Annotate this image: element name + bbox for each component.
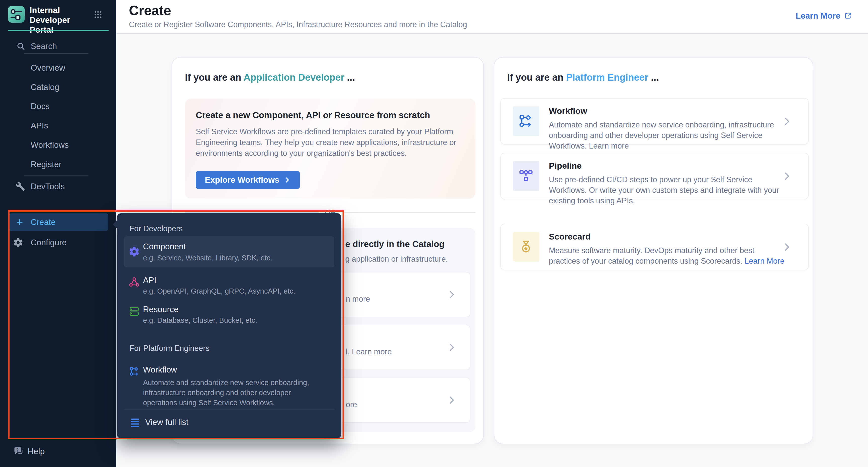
menu-item-workflow[interactable]: Workflow Automate and standardize new se… [124, 358, 334, 408]
app-logo-icon [8, 6, 25, 23]
row-text-fragment: n more [346, 294, 370, 304]
menu-item-title: Component [143, 242, 186, 251]
learn-more-link[interactable]: Learn More [745, 257, 784, 266]
page-title: Create [129, 2, 171, 18]
panel-subtitle-fragment: g application or infrastructure. [345, 255, 448, 264]
sidebar-item-label: Configure [31, 234, 67, 251]
chevron-right-icon [781, 242, 792, 252]
external-link-icon [844, 12, 852, 20]
row-title: Workflow [549, 106, 587, 116]
learn-more-label: Learn More [796, 11, 840, 21]
sidebar-item-label: Catalog [31, 83, 59, 92]
sidebar-item-label: Help [28, 442, 45, 461]
menu-item-subtitle: e.g. Database, Cluster, Bucket, etc. [143, 316, 257, 324]
sidebar-item-label: Overview [31, 63, 65, 73]
card-title-role: Application Developer [244, 72, 344, 83]
chevron-right-icon [446, 395, 457, 405]
sidebar-item-configure[interactable]: Configure [9, 234, 108, 251]
view-full-list-label: View full list [145, 414, 188, 430]
menu-divider [124, 409, 334, 409]
component-gear-icon [128, 246, 140, 257]
row-description-text: Automate and standardize new service onb… [549, 120, 774, 150]
menu-item-title: Resource [143, 305, 179, 314]
page-header: Create Create or Register Software Compo… [116, 0, 868, 34]
workflow-icon [129, 366, 140, 377]
chevron-right-icon [446, 342, 457, 353]
sidebar-item-search[interactable]: Search [0, 39, 116, 53]
sidebar-item-label: Workflows [31, 140, 69, 150]
create-from-scratch-panel: Create a new Component, API or Resource … [185, 98, 475, 198]
sidebar-item-label: DevTools [31, 182, 65, 191]
row-description-text: Use pre-defined CI/CD steps to power up … [549, 175, 779, 205]
explore-workflows-button[interactable]: Explore Workflows [196, 171, 300, 189]
page-subtitle: Create or Register Software Components, … [129, 20, 467, 29]
card-title: If you are an Application Developer ... [185, 72, 355, 83]
chevron-right-icon [781, 171, 792, 182]
menu-item-resource[interactable]: Resource e.g. Database, Cluster, Bucket,… [124, 302, 334, 329]
search-icon [16, 41, 26, 51]
logo-underline [8, 30, 108, 31]
menu-section-developers: For Developers [129, 224, 183, 233]
sidebar: Internal Developer Portal Search Overvie… [0, 0, 116, 467]
row-description-text: Measure software maturity. DevOps maturi… [549, 246, 754, 266]
sidebar-divider [24, 53, 89, 54]
card-title-prefix: If you are an [507, 72, 566, 83]
list-icon [129, 417, 141, 428]
sidebar-item-help[interactable]: ? Help [0, 442, 116, 461]
app-switcher-grid-icon[interactable] [93, 10, 102, 19]
button-label: Explore Workflows [205, 175, 279, 185]
sidebar-item-label: Register [31, 160, 62, 169]
row-title: Scorecard [549, 232, 591, 242]
card-title-suffix: ... [648, 72, 659, 83]
menu-item-title: Workflow [143, 365, 177, 374]
sidebar-item-devtools[interactable]: DevTools [0, 180, 116, 193]
row-description: Measure software maturity. DevOps maturi… [549, 245, 786, 267]
wrench-icon [16, 182, 25, 191]
sidebar-item-create[interactable]: Create [9, 213, 108, 231]
pipeline-icon [513, 161, 539, 191]
row-text-fragment: l. Learn more [346, 347, 392, 356]
workflow-row[interactable]: Workflow Automate and standardize new se… [500, 98, 809, 145]
resource-icon [128, 306, 140, 317]
workflow-icon [513, 106, 539, 136]
scorecard-icon [513, 232, 539, 262]
chevron-right-icon [446, 289, 457, 300]
sidebar-item-docs[interactable]: Docs [0, 99, 116, 113]
svg-text:?: ? [16, 447, 19, 453]
sidebar-item-overview[interactable]: Overview [0, 61, 116, 75]
sidebar-item-register[interactable]: Register [0, 157, 116, 172]
sidebar-item-label: Docs [31, 101, 50, 111]
sidebar-item-apis[interactable]: APIs [0, 119, 116, 133]
panel-title-fragment: e directly in the Catalog [345, 239, 444, 249]
menu-item-title: API [143, 276, 156, 285]
create-flyout-menu: For Developers Component e.g. Service, W… [117, 213, 341, 439]
row-description: Automate and standardize new service onb… [549, 120, 786, 151]
plus-icon [15, 218, 24, 226]
menu-item-subtitle: e.g. Service, Website, Library, SDK, etc… [143, 254, 272, 262]
chevron-right-icon [284, 177, 291, 184]
view-full-list-item[interactable]: View full list [129, 414, 255, 430]
menu-item-component[interactable]: Component e.g. Service, Website, Library… [124, 236, 334, 268]
chevron-right-icon [781, 116, 792, 127]
menu-item-description: Automate and standardize new service onb… [143, 377, 316, 408]
sidebar-divider [24, 176, 89, 176]
platform-engineer-card: If you are an Platform Engineer ... Work… [494, 57, 813, 444]
menu-section-platform: For Platform Engineers [129, 344, 210, 353]
scorecard-row[interactable]: Scorecard Measure software maturity. Dev… [500, 224, 809, 270]
panel-title: Create a new Component, API or Resource … [196, 110, 430, 120]
row-text-fragment: ore [346, 400, 357, 409]
pipeline-row[interactable]: Pipeline Use pre-defined CI/CD steps to … [500, 153, 809, 199]
sidebar-item-label: Search [31, 41, 57, 51]
card-title: If you are an Platform Engineer ... [507, 72, 659, 83]
sidebar-item-label: APIs [31, 121, 48, 130]
card-title-prefix: If you are an [185, 72, 244, 83]
sidebar-item-label: Create [31, 213, 56, 231]
menu-item-api[interactable]: API e.g. OpenAPI, GraphQL, gRPC, AsyncAP… [124, 273, 334, 300]
menu-item-subtitle: e.g. OpenAPI, GraphQL, gRPC, AsyncAPI, e… [143, 287, 295, 295]
card-title-suffix: ... [344, 72, 355, 83]
sidebar-item-catalog[interactable]: Catalog [0, 80, 116, 94]
sidebar-item-workflows[interactable]: Workflows [0, 138, 116, 152]
panel-body: Self Service Workflows are pre-defined t… [196, 126, 470, 159]
learn-more-link[interactable]: Learn More [796, 11, 852, 21]
card-title-role: Platform Engineer [566, 72, 648, 83]
